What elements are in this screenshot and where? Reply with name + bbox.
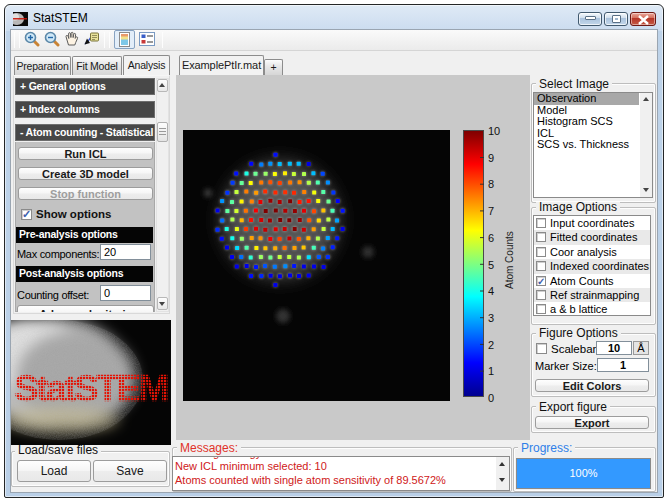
svg-text:StatSTEM: StatSTEM: [14, 368, 168, 409]
